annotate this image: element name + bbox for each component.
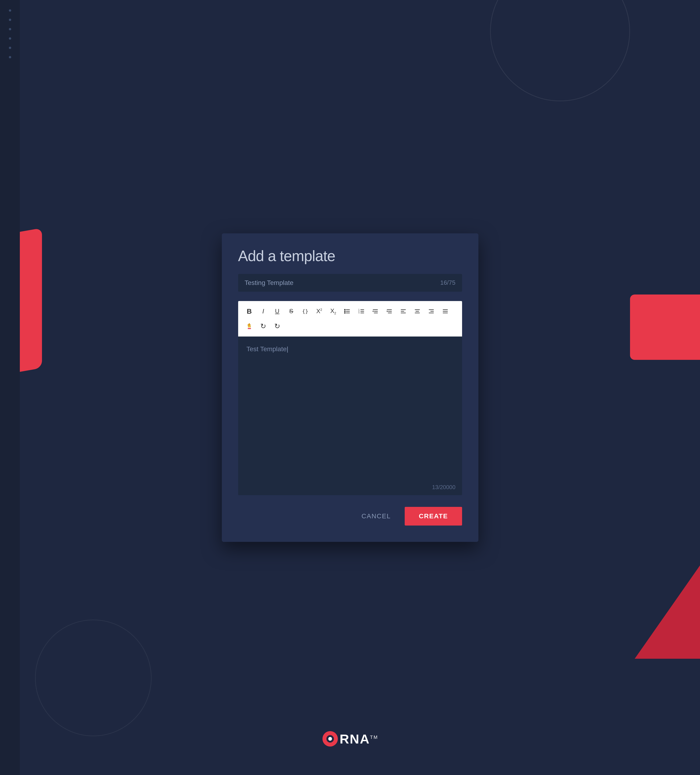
outdent-button[interactable]: [369, 305, 382, 318]
strikethrough-button[interactable]: S: [285, 305, 298, 318]
logo-text: RNATM: [340, 731, 378, 747]
sidebar-dot: [9, 28, 11, 30]
create-button[interactable]: CREATE: [405, 507, 462, 526]
justify-button[interactable]: [439, 305, 452, 318]
logo-o-icon: [322, 731, 338, 747]
align-center-button[interactable]: [411, 305, 424, 318]
sidebar-dot: [9, 56, 11, 58]
rich-text-editor: B I U S {} X2 X2: [238, 301, 462, 495]
sidebar: [0, 0, 20, 775]
sidebar-dot: [9, 37, 11, 40]
logo: RNATM: [322, 731, 378, 747]
cancel-button[interactable]: CANCEL: [352, 507, 400, 526]
bg-right-bottom-shape: [635, 565, 700, 659]
sidebar-dot: [9, 47, 11, 49]
add-template-modal: Add a template 16/75 B I U S: [222, 233, 478, 542]
editor-body[interactable]: Test Template 13/20000: [238, 336, 462, 495]
sidebar-dot: [9, 19, 11, 21]
svg-point-36: [328, 737, 332, 741]
code-button[interactable]: {}: [299, 305, 312, 318]
bg-right-mid-shape: [630, 294, 700, 360]
undo-button[interactable]: ↺: [257, 320, 270, 333]
editor-toolbar: B I U S {} X2 X2: [238, 301, 462, 336]
underline-button[interactable]: U: [271, 305, 284, 318]
subscript-button[interactable]: X2: [327, 305, 340, 318]
bg-arc2-decoration: [35, 620, 152, 736]
bg-arc-decoration: [490, 0, 630, 101]
svg-rect-30: [248, 326, 250, 328]
indent-button[interactable]: [383, 305, 396, 318]
action-row: CANCEL CREATE: [238, 507, 462, 526]
editor-content[interactable]: Test Template: [247, 344, 454, 461]
unordered-list-button[interactable]: [341, 305, 354, 318]
svg-rect-31: [248, 328, 251, 329]
svg-point-1: [344, 311, 345, 312]
template-name-input[interactable]: [245, 279, 440, 286]
bold-button[interactable]: B: [243, 305, 256, 318]
align-left-button[interactable]: [397, 305, 410, 318]
modal-title: Add a template: [238, 247, 462, 264]
name-input-row: 16/75: [238, 274, 462, 292]
superscript-button[interactable]: X2: [313, 305, 326, 318]
align-right-button[interactable]: [425, 305, 438, 318]
redo-button[interactable]: ↻: [271, 320, 284, 333]
sidebar-dot: [9, 9, 11, 12]
italic-button[interactable]: I: [257, 305, 270, 318]
highlight-button[interactable]: [243, 320, 256, 333]
ordered-list-button[interactable]: 1. 2. 3.: [355, 305, 368, 318]
name-char-count: 16/75: [440, 279, 455, 286]
svg-point-2: [344, 313, 345, 313]
svg-text:3.: 3.: [358, 312, 360, 314]
svg-point-0: [344, 309, 345, 310]
editor-char-count: 13/20000: [432, 484, 455, 491]
